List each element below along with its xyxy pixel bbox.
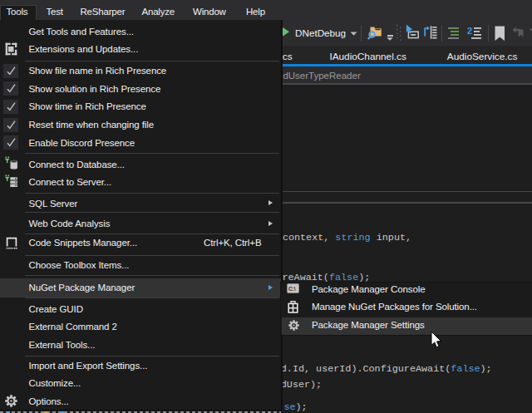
svg-text:C:\: C:\ <box>288 286 296 292</box>
svg-text:2: 2 <box>467 26 472 36</box>
